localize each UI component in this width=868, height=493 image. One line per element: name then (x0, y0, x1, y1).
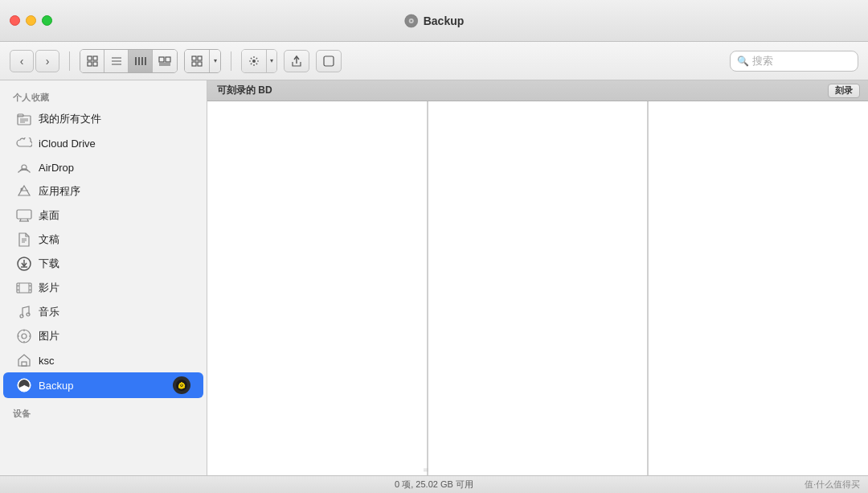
sidebar-section-devices: 设备 (0, 403, 207, 423)
sidebar-section-personal: 个人收藏 (0, 87, 207, 107)
view-icon-button[interactable] (80, 50, 104, 72)
share-button[interactable] (284, 50, 309, 72)
svg-point-22 (252, 60, 256, 63)
svg-rect-32 (17, 210, 31, 219)
view-cover-button[interactable] (153, 50, 177, 72)
sidebar-item-label-desktop: 桌面 (39, 208, 190, 223)
forward-button[interactable]: › (35, 50, 59, 72)
movies-icon (16, 280, 32, 296)
file-area: 可刻录的 BD 刻录 || (207, 80, 868, 475)
burn-button[interactable]: 刻录 (828, 84, 860, 98)
view-column-button[interactable] (129, 50, 153, 72)
gear-dropdown[interactable]: ▾ (241, 49, 277, 73)
svg-rect-18 (192, 56, 196, 60)
sidebar-item-label-backup: Backup (39, 380, 166, 392)
separator-2 (231, 51, 231, 71)
minimize-button[interactable] (26, 15, 36, 26)
traffic-lights (10, 15, 52, 26)
nav-buttons: ‹ › (10, 50, 59, 72)
separator-1 (69, 51, 70, 71)
sidebar-item-music[interactable]: 音乐 (3, 300, 203, 324)
documents-icon (16, 232, 32, 248)
tag-icon (322, 55, 335, 68)
sidebar-item-documents[interactable]: 文稿 (3, 228, 203, 252)
svg-rect-19 (198, 56, 202, 60)
svg-rect-3 (88, 56, 92, 60)
statusbar: 0 项, 25.02 GB 可用 值·什么值得买 (0, 475, 868, 493)
sidebar-item-airdrop[interactable]: AirDrop (3, 155, 203, 179)
view-dropdown-arrow-icon: ▾ (209, 50, 220, 72)
maximize-button[interactable] (42, 15, 52, 26)
sidebar: 个人收藏 我的所有文件 iCloud Drive (0, 80, 207, 475)
sidebar-item-backup[interactable]: Backup (3, 372, 203, 398)
svg-point-52 (22, 334, 27, 339)
view-list-button[interactable] (104, 50, 129, 72)
file-column-3 (649, 101, 868, 475)
search-placeholder: 搜索 (752, 54, 773, 68)
svg-point-65 (181, 382, 182, 384)
desktop-icon (16, 207, 32, 224)
sidebar-item-label-music: 音乐 (39, 305, 190, 319)
file-area-header: 可刻录的 BD 刻录 (207, 80, 868, 101)
svg-point-50 (27, 313, 30, 316)
svg-point-68 (181, 384, 182, 386)
svg-point-31 (21, 188, 23, 191)
sidebar-item-icloud[interactable]: iCloud Drive (3, 131, 203, 155)
sidebar-item-downloads[interactable]: 下载 (3, 252, 203, 276)
svg-rect-4 (93, 56, 97, 60)
file-column-1 (207, 101, 428, 475)
sidebar-item-pictures[interactable]: 图片 (3, 324, 203, 348)
file-columns: || (207, 101, 868, 475)
grid-icon (87, 55, 98, 67)
sidebar-item-label-ksc: ksc (39, 355, 190, 367)
applications-icon (16, 183, 32, 199)
file-area-title: 可刻录的 BD (217, 84, 272, 97)
view-options-dropdown[interactable]: ▾ (184, 49, 221, 73)
main-content: 个人收藏 我的所有文件 iCloud Drive (0, 80, 868, 475)
share-icon (291, 55, 302, 68)
svg-rect-21 (198, 62, 202, 66)
svg-point-66 (183, 387, 185, 388)
gear-icon (242, 50, 266, 72)
sidebar-item-label-downloads: 下载 (39, 257, 190, 271)
sidebar-item-desktop[interactable]: 桌面 (3, 203, 203, 228)
titlebar: Backup (0, 0, 868, 42)
ksc-icon (16, 352, 32, 368)
sidebar-item-label-icloud: iCloud Drive (39, 138, 190, 150)
svg-point-67 (178, 387, 180, 388)
icloud-icon (16, 135, 32, 151)
view-grid-dropdown-main (185, 50, 209, 72)
svg-rect-5 (88, 62, 92, 66)
search-box[interactable]: 🔍 搜索 (730, 51, 858, 72)
toolbar: ‹ › (0, 42, 868, 80)
back-icon: ‹ (20, 55, 24, 68)
sidebar-item-movies[interactable]: 影片 (3, 276, 203, 300)
backup-disc-icon (16, 377, 32, 393)
back-button[interactable]: ‹ (10, 50, 34, 72)
svg-rect-57 (22, 362, 27, 366)
svg-rect-6 (93, 62, 97, 66)
cover-flow-icon (158, 56, 171, 66)
music-icon (16, 304, 32, 320)
gear-dropdown-arrow-icon: ▾ (266, 50, 276, 72)
sidebar-item-label-airdrop: AirDrop (39, 162, 190, 174)
downloads-icon (16, 256, 32, 272)
sidebar-item-ksc[interactable]: ksc (3, 348, 203, 372)
arrange-icon (191, 55, 203, 67)
window-title-area: Backup (404, 14, 465, 28)
svg-rect-15 (166, 57, 170, 62)
sidebar-item-label-all-files: 我的所有文件 (39, 112, 190, 126)
sidebar-item-all-files[interactable]: 我的所有文件 (3, 107, 203, 131)
pictures-icon (16, 328, 32, 344)
backup-badge (173, 376, 190, 394)
sidebar-item-label-pictures: 图片 (39, 329, 190, 343)
sidebar-item-applications[interactable]: 应用程序 (3, 179, 203, 203)
svg-point-2 (411, 19, 412, 21)
file-column-2 (428, 101, 649, 475)
tag-button[interactable] (316, 50, 342, 72)
status-text: 0 项, 25.02 GB 可用 (395, 479, 473, 491)
svg-rect-20 (192, 62, 196, 66)
window-icon (404, 14, 419, 28)
view-buttons (80, 49, 178, 73)
close-button[interactable] (10, 15, 20, 26)
